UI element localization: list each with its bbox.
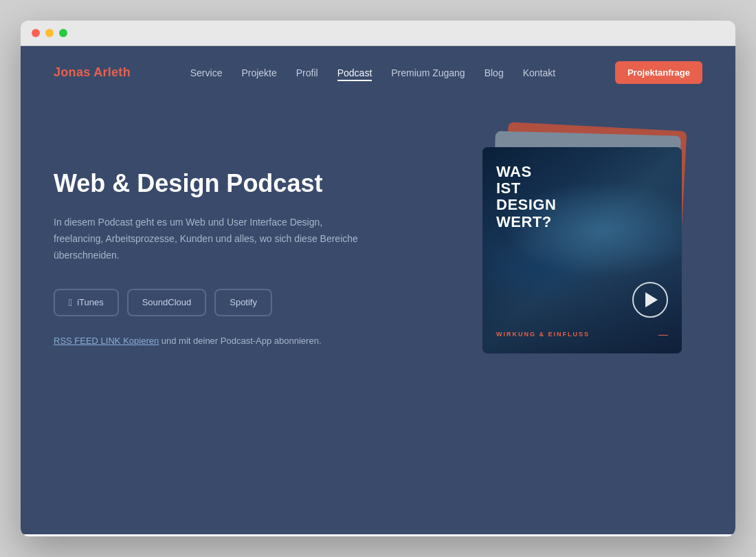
play-button[interactable] xyxy=(632,282,668,318)
nav-item-blog[interactable]: Blog xyxy=(485,67,504,79)
card-stack: WAS IST DESIGN WERT? WI xyxy=(482,140,682,353)
play-button-container xyxy=(496,282,668,318)
spotify-label: Spotify xyxy=(230,297,257,307)
hero-description: In diesem Podcast geht es um Web und Use… xyxy=(54,215,370,263)
card-title-line4: WERT? xyxy=(496,214,668,230)
navbar: Jonas Arleth Service Projekte Profil Pod… xyxy=(21,46,735,99)
card-footer: WIRKUNG & EINFLUSS — xyxy=(496,329,668,340)
nav-link-profil[interactable]: Profil xyxy=(296,67,318,78)
nav-item-kontakt[interactable]: Kontakt xyxy=(523,67,555,79)
card-subtitle: WIRKUNG & EINFLUSS xyxy=(496,331,590,338)
nav-item-premium[interactable]: Premium Zugang xyxy=(391,67,465,79)
itunes-label: iTunes xyxy=(77,297,104,307)
card-title-line3: DESIGN xyxy=(496,197,668,213)
project-request-button[interactable]: Projektanfrage xyxy=(615,61,702,84)
nav-link-premium[interactable]: Premium Zugang xyxy=(391,67,465,78)
platform-buttons:  iTunes SoundCloud Spotify xyxy=(54,289,370,316)
podcast-card-main[interactable]: WAS IST DESIGN WERT? WI xyxy=(482,147,682,353)
brand-logo[interactable]: Jonas Arleth xyxy=(54,65,131,80)
hero-title: Web & Design Podcast xyxy=(54,168,370,198)
itunes-button[interactable]:  iTunes xyxy=(54,289,119,316)
nav-link-blog[interactable]: Blog xyxy=(485,67,504,78)
minimize-dot[interactable] xyxy=(45,29,54,37)
card-content: WAS IST DESIGN WERT? WI xyxy=(482,147,682,353)
hero-section: Web & Design Podcast In diesem Podcast g… xyxy=(21,99,735,429)
rss-suffix: und mit deiner Podcast-App abonnieren. xyxy=(159,336,321,346)
nav-item-projekte[interactable]: Projekte xyxy=(241,67,276,79)
apple-icon:  xyxy=(69,297,72,308)
spotify-button[interactable]: Spotify xyxy=(214,289,272,316)
play-icon xyxy=(645,292,658,307)
nav-links: Service Projekte Profil Podcast Premium … xyxy=(190,67,555,79)
rss-link[interactable]: RSS FEED LINK Kopieren xyxy=(54,336,159,346)
close-dot[interactable] xyxy=(32,29,40,37)
card-title: WAS IST DESIGN WERT? xyxy=(496,164,668,230)
nav-link-projekte[interactable]: Projekte xyxy=(241,67,276,78)
nav-item-profil[interactable]: Profil xyxy=(296,67,318,79)
nav-link-podcast[interactable]: Podcast xyxy=(337,67,373,81)
page-body: Jonas Arleth Service Projekte Profil Pod… xyxy=(21,46,735,534)
nav-link-kontakt[interactable]: Kontakt xyxy=(523,67,555,78)
browser-window: Jonas Arleth Service Projekte Profil Pod… xyxy=(21,21,735,536)
podcast-card-stack: WAS IST DESIGN WERT? WI xyxy=(482,140,702,374)
soundcloud-button[interactable]: SoundCloud xyxy=(127,289,207,316)
browser-chrome xyxy=(21,21,735,46)
nav-item-podcast[interactable]: Podcast xyxy=(337,67,373,79)
rss-text: RSS FEED LINK Kopieren und mit deiner Po… xyxy=(54,336,370,346)
fullscreen-dot[interactable] xyxy=(59,29,67,37)
nav-item-service[interactable]: Service xyxy=(190,67,223,79)
nav-link-service[interactable]: Service xyxy=(190,67,223,78)
card-dash: — xyxy=(658,329,668,340)
soundcloud-label: SoundCloud xyxy=(142,297,192,307)
card-title-line1: WAS xyxy=(496,164,668,180)
card-title-line2: IST xyxy=(496,180,668,197)
hero-content: Web & Design Podcast In diesem Podcast g… xyxy=(54,168,370,346)
